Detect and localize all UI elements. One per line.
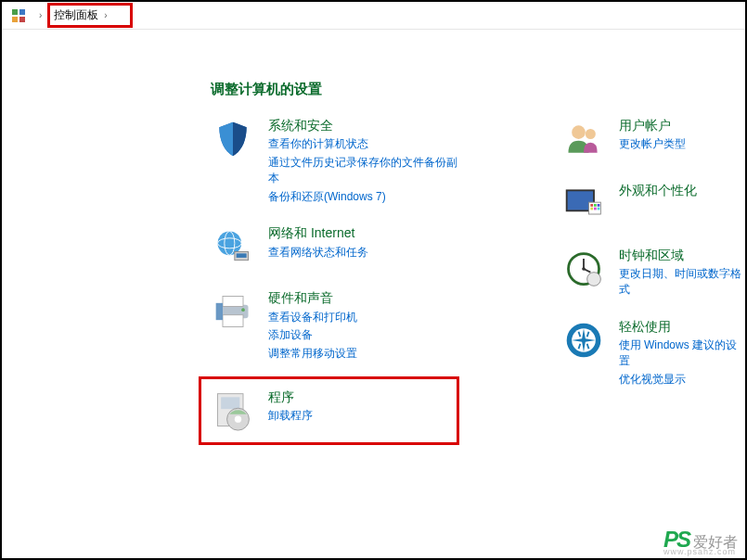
category-clock-region[interactable]: 时钟和区域 更改日期、时间或数字格式 — [561, 247, 745, 298]
category-title[interactable]: 外观和个性化 — [619, 182, 697, 198]
category-hardware-sound[interactable]: 硬件和声音 查看设备和打印机 添加设备 调整常用移动设置 — [211, 289, 459, 362]
svg-rect-24 — [594, 204, 597, 207]
svg-point-19 — [585, 129, 595, 139]
svg-rect-0 — [12, 9, 18, 15]
sub-link[interactable]: 更改帐户类型 — [619, 136, 686, 152]
category-title[interactable]: 网络和 Internet — [268, 224, 368, 241]
right-column: 用户帐户 更改帐户类型 外观和个性化 时钟和区域 更改日期、时间或数字格式 — [561, 117, 745, 445]
svg-rect-10 — [223, 297, 243, 307]
svg-rect-28 — [597, 208, 599, 210]
category-title[interactable]: 程序 — [268, 388, 313, 405]
svg-rect-11 — [223, 315, 243, 327]
svg-rect-8 — [237, 254, 247, 259]
svg-rect-15 — [221, 397, 239, 409]
printer-icon — [211, 289, 255, 334]
svg-rect-25 — [597, 204, 599, 207]
category-title[interactable]: 轻松使用 — [619, 318, 745, 335]
svg-point-17 — [235, 415, 241, 422]
svg-rect-13 — [216, 303, 223, 320]
category-columns: 系统和安全 查看你的计算机状态 通过文件历史记录保存你的文件备份副本 备份和还原… — [2, 117, 745, 445]
control-panel-icon — [11, 8, 26, 23]
address-bar: › 控制面板 › — [2, 2, 745, 30]
sub-link[interactable]: 更改日期、时间或数字格式 — [619, 266, 745, 298]
category-network[interactable]: 网络和 Internet 查看网络状态和任务 — [211, 224, 459, 269]
users-icon — [561, 117, 606, 161]
svg-rect-26 — [590, 208, 593, 210]
chevron-right-icon: › — [104, 10, 107, 20]
category-title[interactable]: 用户帐户 — [619, 117, 686, 134]
sub-link[interactable]: 查看设备和打印机 — [268, 310, 357, 325]
category-title[interactable]: 硬件和声音 — [268, 289, 357, 306]
category-user-accounts[interactable]: 用户帐户 更改帐户类型 — [561, 117, 745, 161]
category-title[interactable]: 时钟和区域 — [619, 247, 745, 263]
sub-link[interactable]: 使用 Windows 建议的设置 — [619, 337, 745, 369]
svg-rect-1 — [19, 9, 25, 15]
sub-link[interactable]: 调整常用移动设置 — [268, 346, 357, 362]
sub-link[interactable]: 卸载程序 — [268, 408, 313, 424]
svg-rect-23 — [590, 204, 593, 207]
sub-link[interactable]: 通过文件历史记录保存你的文件备份副本 — [268, 155, 459, 186]
watermark-url: www.psahz.com — [663, 547, 736, 556]
shield-icon — [211, 117, 255, 161]
category-system-security[interactable]: 系统和安全 查看你的计算机状态 通过文件历史记录保存你的文件备份副本 备份和还原… — [211, 117, 459, 204]
monitor-personalization-icon — [561, 182, 606, 226]
svg-rect-27 — [594, 208, 597, 210]
category-title[interactable]: 系统和安全 — [268, 117, 459, 134]
svg-point-33 — [582, 267, 586, 271]
programs-highlight: 程序 卸载程序 — [199, 376, 459, 445]
ease-of-access-icon — [561, 318, 606, 363]
category-ease-of-access[interactable]: 轻松使用 使用 Windows 建议的设置 优化视觉显示 — [561, 318, 745, 388]
sub-link[interactable]: 添加设备 — [268, 327, 357, 343]
chevron-right-icon: › — [39, 10, 42, 20]
category-programs[interactable]: 程序 卸载程序 — [211, 388, 392, 433]
svg-rect-3 — [19, 17, 25, 22]
breadcrumb-root[interactable]: 控制面板 — [54, 7, 98, 23]
svg-point-18 — [572, 125, 586, 139]
category-appearance[interactable]: 外观和个性化 — [561, 182, 745, 226]
svg-point-12 — [241, 309, 245, 312]
page-title: 调整计算机的设置 — [211, 81, 745, 98]
sub-link[interactable]: 优化视觉显示 — [619, 372, 745, 388]
globe-network-icon — [211, 224, 255, 269]
left-column: 系统和安全 查看你的计算机状态 通过文件历史记录保存你的文件备份副本 备份和还原… — [211, 117, 459, 445]
breadcrumb-highlight: 控制面板 › — [47, 3, 132, 28]
svg-point-34 — [586, 273, 600, 286]
disc-box-icon — [211, 388, 255, 433]
sub-link[interactable]: 查看你的计算机状态 — [268, 136, 459, 152]
svg-rect-2 — [12, 17, 18, 22]
sub-link[interactable]: 备份和还原(Windows 7) — [268, 189, 459, 205]
sub-link[interactable]: 查看网络状态和任务 — [268, 245, 368, 261]
clock-icon — [561, 247, 606, 291]
